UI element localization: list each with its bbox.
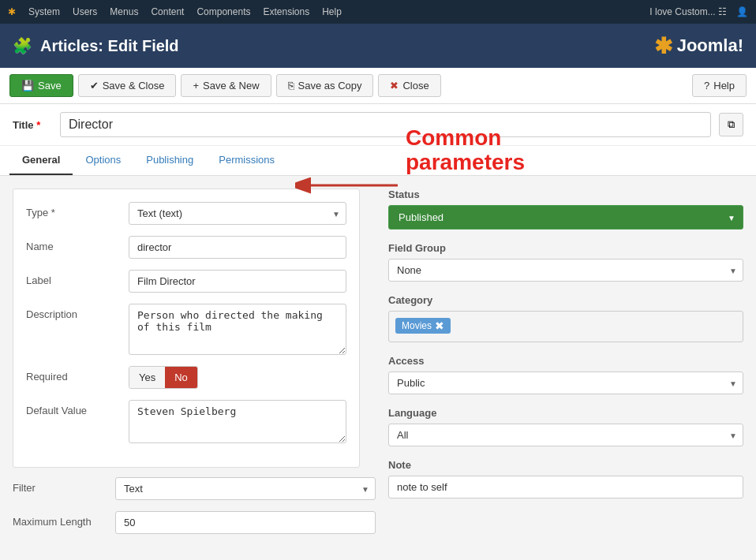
language-label: Language — [388, 407, 743, 419]
name-row: Name — [26, 236, 346, 259]
close-button[interactable]: ✖ Close — [378, 74, 440, 97]
category-tag-remove[interactable]: ✖ — [435, 320, 444, 331]
type-row: Type * Text (text) — [26, 202, 346, 225]
check-icon: ✔ — [90, 80, 99, 91]
field-group-select-wrapper: None — [388, 259, 743, 282]
save-button[interactable]: 💾 Save — [9, 74, 73, 97]
outer-form: Filter Text Maximum Length — [13, 477, 376, 534]
type-label: Type * — [26, 202, 129, 218]
note-input[interactable] — [388, 476, 743, 498]
note-section: Note — [388, 459, 743, 498]
save-new-button[interactable]: + Save & New — [181, 74, 271, 97]
language-select[interactable]: All — [388, 424, 743, 446]
access-select[interactable]: Public — [388, 371, 743, 394]
status-select-wrapper: Published — [388, 205, 743, 230]
right-panel: Status Published Field Group None Catego… — [388, 189, 743, 511]
puzzle-icon: 🧩 — [13, 36, 32, 55]
label-label: Label — [26, 270, 129, 286]
access-section: Access Public — [388, 355, 743, 394]
language-section: Language All — [388, 407, 743, 446]
type-select-wrapper: Text (text) — [129, 202, 346, 225]
maxlength-label: Maximum Length — [13, 511, 115, 528]
title-label: Title * — [13, 119, 52, 131]
required-yes-button[interactable]: Yes — [129, 367, 165, 388]
close-icon: ✖ — [390, 80, 399, 91]
nav-help[interactable]: Help — [322, 6, 342, 17]
access-select-wrapper: Public — [388, 371, 743, 394]
tab-general[interactable]: General — [9, 146, 73, 175]
help-button[interactable]: ? Help — [692, 74, 747, 97]
category-tag-text: Movies — [402, 320, 432, 331]
tab-options[interactable]: Options — [73, 146, 133, 175]
language-select-wrapper: All — [388, 424, 743, 446]
filter-select[interactable]: Text — [115, 477, 376, 500]
field-group-label: Field Group — [388, 242, 743, 254]
title-input[interactable] — [60, 112, 711, 137]
required-group: Yes No — [129, 366, 198, 389]
plus-icon: + — [193, 80, 199, 91]
header-bar: 🧩 Articles: Edit Field ✱ Joomla! — [0, 24, 756, 68]
label-input[interactable] — [129, 270, 346, 293]
tab-permissions[interactable]: Permissions — [206, 146, 287, 175]
maxlength-input[interactable] — [115, 511, 376, 534]
status-label: Status — [388, 189, 743, 200]
joomla-star-nav: ✱ — [8, 6, 16, 17]
required-star: * — [36, 119, 40, 131]
top-nav-left: ✱ System Users Menus Content Components … — [8, 6, 342, 17]
name-label: Name — [26, 236, 129, 252]
field-group-section: Field Group None — [388, 242, 743, 282]
joomla-logo-text: Joomla! — [677, 35, 743, 56]
category-label: Category — [388, 294, 743, 306]
description-row: Description Person who directed the maki… — [26, 304, 346, 355]
default-value-row: Default Value Steven Spielberg — [26, 400, 346, 443]
joomla-logo-star: ✱ — [654, 33, 672, 59]
required-no-button[interactable]: No — [165, 367, 197, 388]
nav-users[interactable]: Users — [73, 6, 97, 17]
left-column: Common parameters Type * Text (text) Nam… — [13, 189, 376, 545]
maxlength-row: Maximum Length — [13, 511, 376, 534]
status-select[interactable]: Published — [388, 205, 743, 230]
required-label: Required — [26, 366, 129, 383]
name-input[interactable] — [129, 236, 346, 259]
category-box: Movies ✖ — [388, 311, 743, 342]
header-title: 🧩 Articles: Edit Field — [13, 36, 179, 55]
nav-components[interactable]: Components — [196, 6, 250, 17]
title-icon-button[interactable]: ⧉ — [719, 113, 743, 136]
help-icon: ? — [704, 80, 709, 91]
main-content: Common parameters Type * Text (text) Nam… — [0, 176, 756, 558]
required-row: Required Yes No — [26, 366, 346, 389]
filter-row: Filter Text — [13, 477, 376, 500]
category-tag: Movies ✖ — [395, 318, 451, 334]
save-copy-button[interactable]: ⎘ Save as Copy — [276, 74, 374, 97]
filter-label: Filter — [13, 477, 115, 494]
field-group-select[interactable]: None — [388, 259, 743, 282]
description-label: Description — [26, 304, 129, 320]
top-nav-right: I love Custom... ☷ 👤 — [649, 6, 748, 17]
filter-select-wrapper: Text — [115, 477, 376, 500]
nav-system[interactable]: System — [28, 6, 60, 17]
save-close-button[interactable]: ✔ Save & Close — [78, 74, 177, 97]
title-row: Title * ⧉ — [0, 104, 756, 146]
nav-content[interactable]: Content — [151, 6, 184, 17]
tab-publishing[interactable]: Publishing — [133, 146, 206, 175]
note-label: Note — [388, 459, 743, 471]
save-icon: 💾 — [21, 80, 34, 91]
nav-menus[interactable]: Menus — [110, 6, 138, 17]
nav-extensions[interactable]: Extensions — [263, 6, 309, 17]
default-value-textarea[interactable]: Steven Spielberg — [129, 400, 346, 443]
type-select[interactable]: Text (text) — [129, 202, 346, 225]
modal-icon: ⧉ — [728, 118, 735, 130]
toolbar: 💾 Save ✔ Save & Close + Save & New ⎘ Sav… — [0, 68, 756, 104]
status-section: Status Published — [388, 189, 743, 230]
page-title: Articles: Edit Field — [40, 37, 179, 55]
default-value-label: Default Value — [26, 400, 129, 416]
joomla-logo: ✱ Joomla! — [654, 33, 743, 59]
custom-text: I love Custom... ☷ — [649, 6, 727, 17]
user-icon[interactable]: 👤 — [736, 6, 748, 17]
category-section: Category Movies ✖ — [388, 294, 743, 342]
label-row: Label — [26, 270, 346, 293]
copy-icon: ⎘ — [288, 80, 294, 91]
description-textarea[interactable]: Person who directed the making of this f… — [129, 304, 346, 355]
access-label: Access — [388, 355, 743, 367]
tabs: General Options Publishing Permissions — [0, 146, 756, 176]
